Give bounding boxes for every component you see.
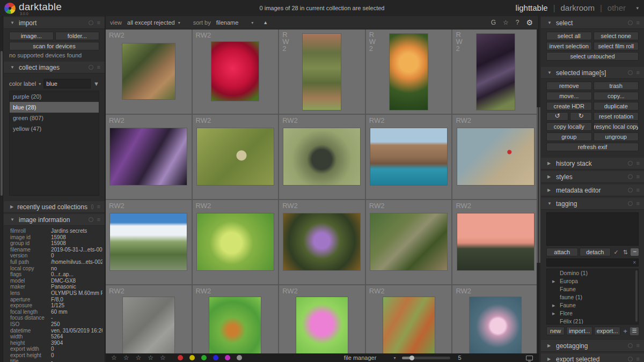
presets-menu-icon[interactable]: ≡ <box>636 187 640 193</box>
reset-icon[interactable] <box>89 65 93 70</box>
thumbnail-cell[interactable]: RW2 <box>366 285 452 353</box>
plus-icon[interactable]: + <box>622 328 628 335</box>
collapsed-arrow-icon[interactable]: ▶ <box>547 161 552 166</box>
tag-item[interactable]: ▶Europa <box>547 277 638 285</box>
grouping-icon[interactable]: G <box>491 19 496 26</box>
copy-locally-button[interactable]: copy locally <box>546 122 592 131</box>
reset-rotation-button[interactable]: reset rotation <box>594 112 639 121</box>
remove-button[interactable]: remove <box>546 82 592 90</box>
tag-search-input[interactable] <box>547 260 633 265</box>
thumbnail-cell[interactable]: RW2 <box>366 200 452 284</box>
rotate-ccw-icon[interactable]: ↺ <box>546 112 568 121</box>
group-button[interactable]: group <box>546 132 592 141</box>
tag-item[interactable]: Félix (21) <box>547 317 638 324</box>
chevron-down-icon[interactable]: ▾ <box>178 20 180 25</box>
scan-for-devices-button[interactable]: scan for devices <box>9 42 99 50</box>
presets-menu-icon[interactable]: ≡ <box>636 174 640 180</box>
thumbnail-cell[interactable]: RW2 <box>106 285 192 353</box>
view-lighttable[interactable]: lighttable <box>516 3 548 12</box>
collapsed-arrow-icon[interactable]: ▶ <box>547 188 552 193</box>
reset-icon[interactable] <box>628 201 633 206</box>
thumbnail-cell[interactable]: RW2 <box>452 200 538 284</box>
panel-header-selected-images[interactable]: ▼ selected image[s] ≡ <box>541 67 644 79</box>
new-tag-button[interactable]: new <box>546 327 565 335</box>
tree-expand-icon[interactable]: ▶ <box>552 309 555 317</box>
collect-rule-input[interactable] <box>43 79 91 88</box>
create-hdr-button[interactable]: create HDR <box>546 102 592 110</box>
minus-toggle-icon[interactable]: − <box>631 248 639 256</box>
color-label-yellow[interactable] <box>189 355 195 360</box>
presets-menu-icon[interactable]: ≡ <box>636 20 640 26</box>
chevron-down-icon[interactable]: ▾ <box>636 5 639 11</box>
star-icon[interactable]: ☆ <box>123 354 129 361</box>
thumbnail-cell[interactable]: RW2 <box>193 29 279 114</box>
star-icon[interactable]: ☆ <box>160 354 166 361</box>
select-film-roll-button[interactable]: select film roll <box>594 42 639 50</box>
thumbnail-cell[interactable]: RW2 <box>452 29 538 114</box>
filter-dropdown[interactable]: all except rejected <box>127 19 175 26</box>
tree-view-toggle-icon[interactable]: ☰ <box>630 327 639 335</box>
reset-icon[interactable] <box>89 217 93 222</box>
reset-icon[interactable] <box>628 161 633 166</box>
thumbnail-cell[interactable]: RW2 <box>279 200 365 284</box>
invert-selection-button[interactable]: invert selection <box>546 42 592 50</box>
tree-expand-icon[interactable]: ▶ <box>552 277 555 285</box>
slider-handle[interactable] <box>409 356 414 360</box>
import-folder-button[interactable]: folder... <box>55 32 100 40</box>
color-label-gray[interactable] <box>237 355 242 360</box>
sort-dropdown[interactable]: filename <box>216 19 239 26</box>
chevron-down-icon[interactable]: ▾ <box>39 82 41 86</box>
list-item-selected[interactable]: blue (28) <box>10 102 99 113</box>
presets-menu-icon[interactable]: ≡ <box>97 204 100 210</box>
thumbnail-cell[interactable]: RW2 <box>106 200 192 284</box>
left-panel-scrollbar[interactable] <box>0 16 3 362</box>
import-image-button[interactable]: image... <box>9 32 54 40</box>
thumbnail-cell[interactable]: RW2 <box>193 285 279 353</box>
collapsed-arrow-icon[interactable]: ▶ <box>547 357 552 361</box>
color-label-blue[interactable] <box>213 355 218 360</box>
right-panel-scrollbar[interactable] <box>539 16 540 362</box>
select-none-button[interactable]: select none <box>594 32 639 40</box>
thumbnail-cell[interactable]: RW2 <box>366 115 452 199</box>
thumbnail-cell[interactable]: RW2 <box>279 115 365 199</box>
tree-expand-icon[interactable]: ▶ <box>552 301 555 309</box>
collect-rule-attribute[interactable]: color label <box>9 80 36 87</box>
tag-item[interactable]: Domino (1) <box>547 269 638 277</box>
color-label-red[interactable] <box>178 355 183 360</box>
check-icon[interactable]: ✓ <box>612 249 620 256</box>
reset-icon[interactable] <box>91 204 93 209</box>
panel-header-image-information[interactable]: ▼ image information ≡ <box>4 214 105 226</box>
collapsed-arrow-icon[interactable]: ▶ <box>10 204 13 209</box>
ungroup-button[interactable]: ungroup <box>594 132 639 141</box>
duplicate-button[interactable]: duplicate <box>594 102 639 110</box>
star-icon[interactable]: ☆ <box>148 354 153 361</box>
rotate-cw-icon[interactable]: ↻ <box>570 112 592 121</box>
tag-item[interactable]: ▶Flore <box>547 309 638 317</box>
panel-header-collect-images[interactable]: ▼ collect images ≡ <box>4 62 105 73</box>
tag-item[interactable]: faune (1) <box>547 293 638 301</box>
reset-icon[interactable] <box>628 174 633 179</box>
panel-header-export-selected[interactable]: ▶ export selected ≡ <box>541 353 644 362</box>
reset-icon[interactable] <box>628 357 633 361</box>
star-icon[interactable]: ☆ <box>136 354 142 361</box>
resync-local-copy-button[interactable]: resync local copy <box>594 122 639 131</box>
sort-icon[interactable]: ⇅ <box>621 249 629 256</box>
expand-arrow-icon[interactable]: ▼ <box>547 201 552 206</box>
move-button[interactable]: move... <box>546 92 592 100</box>
presets-menu-icon[interactable]: ≡ <box>636 160 640 166</box>
close-icon[interactable]: × <box>633 260 638 265</box>
view-darkroom[interactable]: darkroom <box>561 3 595 12</box>
panel-header-history-stack[interactable]: ▶ history stack ≡ <box>541 158 644 169</box>
chevron-down-icon[interactable]: ▾ <box>251 20 253 25</box>
collapsed-arrow-icon[interactable]: ▶ <box>547 174 552 179</box>
presets-menu-icon[interactable]: ≡ <box>636 70 640 76</box>
scrollbar-handle[interactable] <box>1 51 3 196</box>
presets-menu-icon[interactable]: ≡ <box>636 343 640 349</box>
tag-list-scrollbar[interactable] <box>635 270 638 322</box>
detach-tag-button[interactable]: detach <box>580 248 611 256</box>
expand-arrow-icon[interactable]: ▼ <box>10 65 15 70</box>
color-label-green[interactable] <box>201 355 207 360</box>
star-icon[interactable]: ☆ <box>111 354 117 361</box>
presets-menu-icon[interactable]: ≡ <box>636 356 640 362</box>
gear-icon[interactable]: ⚙ <box>526 18 533 27</box>
